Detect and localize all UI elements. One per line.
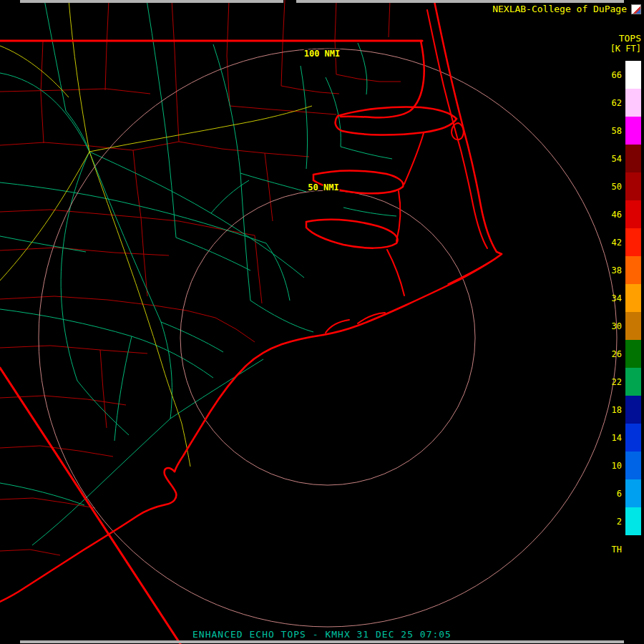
- legend-entry: 2: [603, 507, 641, 535]
- ring-label-50nmi: 50 NMI: [308, 182, 338, 192]
- legend-color-swatch: [625, 117, 641, 145]
- coast-shackleford-banks: [448, 260, 492, 284]
- legend-entry: 66: [603, 61, 641, 89]
- legend-color-swatch: [625, 228, 641, 256]
- legend-color-swatch: [625, 424, 641, 452]
- legend-entry-label: 14: [603, 433, 625, 443]
- road-lines-green: [0, 0, 396, 545]
- legend-entry: 50: [603, 172, 641, 200]
- legend-entry-label: 26: [603, 349, 625, 359]
- legend-color-swatch: [625, 507, 641, 535]
- legend-entry-label: 2: [603, 517, 625, 527]
- legend-entry: TH: [603, 535, 641, 563]
- legend-title: TOPS: [603, 33, 641, 44]
- bottom-border-bar: [20, 640, 624, 643]
- state-border-nc-sc: [0, 368, 180, 644]
- coast-neuse-river: [306, 220, 398, 248]
- legend-entry-label: 58: [603, 126, 625, 136]
- legend-color-swatch: [625, 61, 641, 89]
- legend-entry-label: 18: [603, 405, 625, 415]
- top-border-bar-left: [20, 0, 283, 3]
- coast-harbor-detail-1: [326, 320, 349, 333]
- top-border-bar-right: [296, 0, 624, 3]
- legend-color-swatch: [625, 452, 641, 479]
- legend-entry: 34: [603, 284, 641, 312]
- legend-entry: 6: [603, 479, 641, 507]
- range-rings: [39, 49, 617, 627]
- legend-entry: 22: [603, 368, 641, 396]
- header: NEXLAB-College of DuPage: [492, 4, 641, 14]
- legend-entry: 18: [603, 396, 641, 424]
- legend-entry-label: 22: [603, 377, 625, 387]
- legend-entry-label: 62: [603, 98, 625, 108]
- legend-entry: 62: [603, 89, 641, 117]
- legend-entry-label: 30: [603, 321, 625, 331]
- map-svg: 100 NMI 50 NMI: [0, 0, 644, 644]
- coast-cape-lookout: [323, 254, 502, 335]
- ring-label-100nmi: 100 NMI: [304, 49, 341, 59]
- legend-color-swatch: [625, 89, 641, 117]
- legend-entry: 42: [603, 228, 641, 256]
- legend: TOPS [K FT] 6662585450464238343026221814…: [603, 33, 641, 563]
- coast-pamlico-west-shore-1: [404, 133, 424, 184]
- cod-logo-icon: [631, 4, 641, 14]
- legend-entry: 38: [603, 256, 641, 284]
- header-title: NEXLAB-College of DuPage: [492, 4, 627, 14]
- legend-entry-label: 42: [603, 238, 625, 248]
- legend-color-swatch: [625, 535, 641, 563]
- legend-color-swatch: [625, 340, 641, 368]
- legend-entry-label: 10: [603, 461, 625, 471]
- legend-entry-label: 6: [603, 489, 625, 499]
- range-ring-50nmi: [180, 190, 475, 485]
- coast-pamlico-west-shore-3: [387, 250, 404, 296]
- status-text: ENHANCED ECHO TOPS - KMHX 31 DEC 25 07:0…: [0, 629, 644, 640]
- legend-color-swatch: [625, 172, 641, 200]
- coast-mainland-northeast: [341, 41, 424, 117]
- legend-entry: 46: [603, 200, 641, 228]
- legend-entry: 10: [603, 452, 641, 479]
- legend-entry: 54: [603, 145, 641, 172]
- legend-color-swatch: [625, 368, 641, 396]
- radar-display: 100 NMI 50 NMI NEXLAB-College of DuPage …: [0, 0, 644, 644]
- legend-color-swatch: [625, 200, 641, 228]
- legend-entry-label: 50: [603, 182, 625, 192]
- legend-entry-label: 46: [603, 210, 625, 220]
- legend-color-bar: 66625854504642383430262218141062TH: [603, 61, 641, 563]
- legend-entry-label: TH: [603, 545, 625, 555]
- legend-entry: 58: [603, 117, 641, 145]
- legend-entry: 26: [603, 340, 641, 368]
- highway-lines-yellow: [0, 0, 312, 467]
- legend-entry-label: 38: [603, 265, 625, 275]
- legend-entry: 30: [603, 312, 641, 340]
- legend-color-swatch: [625, 145, 641, 172]
- county-lines: [0, 0, 401, 555]
- legend-color-swatch: [625, 479, 641, 507]
- legend-units: [K FT]: [603, 44, 641, 54]
- legend-color-swatch: [625, 396, 641, 424]
- coast-albemarle-sound: [336, 107, 457, 135]
- legend-entry-label: 34: [603, 293, 625, 303]
- coast-harbor-detail-2: [358, 313, 385, 323]
- coast-bogue-banks: [175, 335, 323, 472]
- legend-entry-label: 66: [603, 70, 625, 80]
- legend-color-swatch: [625, 312, 641, 340]
- range-ring-100nmi: [39, 49, 617, 627]
- legend-color-swatch: [625, 256, 641, 284]
- coastline-and-borders: [0, 1, 502, 644]
- coast-pamlico-west-shore-2: [396, 191, 400, 241]
- legend-entry-label: 54: [603, 154, 625, 164]
- legend-color-swatch: [625, 284, 641, 312]
- legend-entry: 14: [603, 424, 641, 452]
